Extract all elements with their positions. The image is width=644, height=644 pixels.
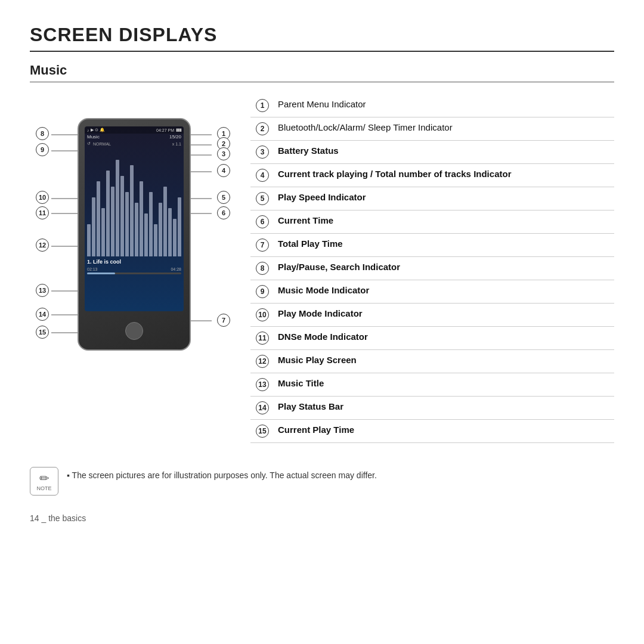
desc-label-text-15: Current Play Time bbox=[278, 425, 354, 435]
desc-num-cell-11: 11 bbox=[250, 327, 274, 350]
eq-bar bbox=[97, 181, 100, 256]
desc-row-8: 8Play/Pause, Search Indicator bbox=[250, 257, 614, 280]
desc-label-text-11: DNSe Mode Indicator bbox=[278, 332, 368, 342]
num-badge-7: 7 bbox=[256, 239, 269, 252]
num-badge-6: 6 bbox=[256, 215, 269, 228]
num-badge-3: 3 bbox=[256, 145, 269, 159]
section-title: Music bbox=[30, 63, 614, 82]
callout-num-12: 12 bbox=[36, 239, 49, 252]
callout-3: 3 bbox=[217, 147, 230, 160]
desc-label-text-7: Total Play Time bbox=[278, 239, 343, 249]
desc-label-text-3: Battery Status bbox=[278, 145, 339, 156]
num-badge-4: 4 bbox=[256, 169, 269, 182]
desc-row-10: 10Play Mode Indicator bbox=[250, 304, 614, 327]
device-screen: ♪ ▶ ⊙ 🔔 04:27 PM ▮▮▮ Music 15/20 bbox=[85, 126, 184, 311]
callout-num-3: 3 bbox=[217, 147, 230, 160]
desc-num-cell-13: 13 bbox=[250, 373, 274, 397]
screen-progress-area: 02:13 04:28 bbox=[85, 266, 184, 273]
callout-num-9: 9 bbox=[36, 143, 49, 156]
desc-label-6: Current Time bbox=[274, 210, 614, 234]
desc-label-3: Battery Status bbox=[274, 141, 614, 164]
eq-bar bbox=[140, 181, 143, 256]
num-badge-1: 1 bbox=[256, 99, 269, 112]
desc-label-text-2: Bluetooth/Lock/Alarm/ Sleep Timer Indica… bbox=[278, 122, 453, 132]
note-section: ✏ NOTE ▪ The screen pictures are for ill… bbox=[30, 461, 614, 496]
screen-time: 04:27 PM bbox=[156, 128, 174, 132]
eq-bar bbox=[135, 203, 138, 256]
desc-num-cell-12: 12 bbox=[250, 350, 274, 373]
desc-label-13: Music Title bbox=[274, 373, 614, 397]
current-time-display: 02:13 bbox=[87, 267, 98, 271]
progress-bar-inner bbox=[87, 273, 115, 274]
note-label: NOTE bbox=[36, 485, 51, 491]
callout-num-14: 14 bbox=[36, 308, 49, 321]
eq-bar bbox=[163, 187, 167, 256]
music-note-icon: ♪ bbox=[87, 128, 89, 132]
callout-4: 4 bbox=[217, 164, 230, 177]
num-badge-11: 11 bbox=[256, 332, 269, 345]
eq-bar bbox=[125, 192, 129, 256]
callout-14: 14 bbox=[36, 308, 49, 321]
total-time-display: 04:28 bbox=[171, 267, 181, 271]
alarm-icon: 🔔 bbox=[100, 128, 105, 132]
desc-row-7: 7Total Play Time bbox=[250, 234, 614, 257]
num-badge-12: 12 bbox=[256, 355, 269, 368]
num-badge-9: 9 bbox=[256, 285, 269, 298]
repeat-icon: ⊙ bbox=[95, 128, 98, 132]
desc-label-text-9: Music Mode Indicator bbox=[278, 285, 369, 295]
callout-8: 8 bbox=[36, 127, 49, 140]
repeat-mode-icon: ↺ bbox=[87, 141, 91, 146]
desc-num-cell-2: 2 bbox=[250, 117, 274, 141]
desc-label-text-1: Parent Menu Indicator bbox=[278, 99, 366, 109]
desc-label-text-6: Current Time bbox=[278, 215, 333, 225]
play-icon: ▶ bbox=[91, 128, 94, 132]
eq-bar bbox=[106, 171, 110, 256]
desc-row-12: 12Music Play Screen bbox=[250, 350, 614, 373]
speed-indicator: x 1.1 bbox=[172, 142, 181, 146]
desc-num-cell-6: 6 bbox=[250, 210, 274, 234]
eq-bar bbox=[149, 192, 153, 256]
eq-bars bbox=[87, 149, 181, 256]
desc-label-7: Total Play Time bbox=[274, 234, 614, 257]
page-title: SCREEN DISPLAYS bbox=[30, 24, 614, 52]
device-wrapper: 8 9 10 11 12 13 14 15 bbox=[30, 94, 233, 380]
eq-bar bbox=[116, 160, 119, 256]
desc-row-6: 6Current Time bbox=[250, 210, 614, 234]
eq-bar bbox=[101, 208, 105, 256]
eq-bar bbox=[173, 219, 177, 256]
desc-label-text-4: Current track playing / Total number of … bbox=[278, 169, 511, 179]
desc-label-text-8: Play/Pause, Search Indicator bbox=[278, 262, 400, 272]
desc-num-cell-15: 15 bbox=[250, 420, 274, 443]
desc-row-9: 9Music Mode Indicator bbox=[250, 280, 614, 304]
num-badge-8: 8 bbox=[256, 262, 269, 275]
screen-status-bar: ♪ ▶ ⊙ 🔔 04:27 PM ▮▮▮ bbox=[85, 126, 184, 134]
callout-num-6: 6 bbox=[217, 206, 230, 219]
callout-11: 11 bbox=[36, 206, 49, 219]
callout-13: 13 bbox=[36, 284, 49, 297]
desc-row-2: 2Bluetooth/Lock/Alarm/ Sleep Timer Indic… bbox=[250, 117, 614, 141]
num-badge-2: 2 bbox=[256, 122, 269, 135]
eq-bar bbox=[178, 197, 181, 256]
desc-num-cell-3: 3 bbox=[250, 141, 274, 164]
desc-label-9: Music Mode Indicator bbox=[274, 280, 614, 304]
screen-track-info: 15/20 bbox=[169, 134, 181, 140]
eq-bar bbox=[87, 224, 91, 256]
screen-status-right: 04:27 PM ▮▮▮ bbox=[156, 128, 181, 132]
screen-song-title: 1. Life is cool bbox=[85, 256, 184, 266]
screen-mode-bar: ↺ NORMAL x 1.1 bbox=[85, 141, 184, 147]
num-badge-15: 15 bbox=[256, 425, 269, 438]
callout-num-15: 15 bbox=[36, 326, 49, 339]
callout-num-5: 5 bbox=[217, 191, 230, 204]
desc-row-15: 15Current Play Time bbox=[250, 420, 614, 443]
desc-row-1: 1Parent Menu Indicator bbox=[250, 94, 614, 117]
callout-9: 9 bbox=[36, 143, 49, 156]
callout-num-8: 8 bbox=[36, 127, 49, 140]
desc-label-4: Current track playing / Total number of … bbox=[274, 164, 614, 187]
desc-num-cell-7: 7 bbox=[250, 234, 274, 257]
callout-num-11: 11 bbox=[36, 206, 49, 219]
callout-7: 7 bbox=[217, 314, 230, 327]
mode-label: NORMAL bbox=[93, 142, 111, 146]
device-area: 8 9 10 11 12 13 14 15 bbox=[30, 94, 233, 380]
note-text: ▪ The screen pictures are for illustrati… bbox=[67, 467, 377, 480]
equalizer-area bbox=[87, 149, 181, 256]
